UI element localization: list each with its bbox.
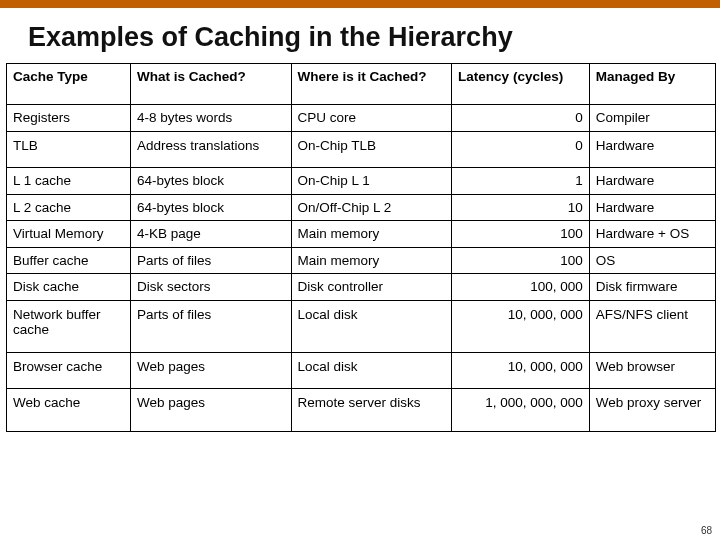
cell: Network buffer cache	[7, 300, 131, 352]
cell: Main memory	[291, 221, 452, 248]
cell: L 2 cache	[7, 194, 131, 221]
page-title: Examples of Caching in the Hierarchy	[0, 8, 720, 63]
cell: Disk controller	[291, 274, 452, 301]
cell: Web cache	[7, 389, 131, 432]
cell: On-Chip L 1	[291, 168, 452, 195]
cache-hierarchy-table: Cache Type What is Cached? Where is it C…	[6, 63, 716, 432]
col-header: Managed By	[589, 64, 715, 105]
table-row: Disk cache Disk sectors Disk controller …	[7, 274, 716, 301]
cell: Hardware + OS	[589, 221, 715, 248]
cell: 100, 000	[452, 274, 590, 301]
cell: Main memory	[291, 247, 452, 274]
table-row: L 1 cache 64-bytes block On-Chip L 1 1 H…	[7, 168, 716, 195]
table-header-row: Cache Type What is Cached? Where is it C…	[7, 64, 716, 105]
cell: Remote server disks	[291, 389, 452, 432]
cell: Disk firmware	[589, 274, 715, 301]
cell: 64-bytes block	[130, 194, 291, 221]
cell: Local disk	[291, 352, 452, 389]
page-number: 68	[701, 525, 712, 536]
cell: 4-8 bytes words	[130, 105, 291, 132]
cell: Compiler	[589, 105, 715, 132]
cell: Web pages	[130, 389, 291, 432]
table-row: Registers 4-8 bytes words CPU core 0 Com…	[7, 105, 716, 132]
slide: Examples of Caching in the Hierarchy Cac…	[0, 0, 720, 540]
table-row: Browser cache Web pages Local disk 10, 0…	[7, 352, 716, 389]
table-row: Buffer cache Parts of files Main memory …	[7, 247, 716, 274]
cell: 10	[452, 194, 590, 221]
col-header: What is Cached?	[130, 64, 291, 105]
cell: 1	[452, 168, 590, 195]
col-header: Latency (cycles)	[452, 64, 590, 105]
cell: On/Off-Chip L 2	[291, 194, 452, 221]
table-row: Virtual Memory 4-KB page Main memory 100…	[7, 221, 716, 248]
cell: Hardware	[589, 131, 715, 168]
cell: 64-bytes block	[130, 168, 291, 195]
cell: 10, 000, 000	[452, 352, 590, 389]
cell: Parts of files	[130, 247, 291, 274]
cell: L 1 cache	[7, 168, 131, 195]
top-accent-bar	[0, 0, 720, 8]
cell: CPU core	[291, 105, 452, 132]
table-row: TLB Address translations On-Chip TLB 0 H…	[7, 131, 716, 168]
cell: Address translations	[130, 131, 291, 168]
cell: Local disk	[291, 300, 452, 352]
cell: 1, 000, 000, 000	[452, 389, 590, 432]
cell: On-Chip TLB	[291, 131, 452, 168]
cell: Parts of files	[130, 300, 291, 352]
cell: Hardware	[589, 194, 715, 221]
cell: Web proxy server	[589, 389, 715, 432]
table-row: L 2 cache 64-bytes block On/Off-Chip L 2…	[7, 194, 716, 221]
cell: Hardware	[589, 168, 715, 195]
cell: Web browser	[589, 352, 715, 389]
table-row: Web cache Web pages Remote server disks …	[7, 389, 716, 432]
cell: OS	[589, 247, 715, 274]
cell: Web pages	[130, 352, 291, 389]
cell: Virtual Memory	[7, 221, 131, 248]
col-header: Where is it Cached?	[291, 64, 452, 105]
col-header: Cache Type	[7, 64, 131, 105]
cell: 100	[452, 247, 590, 274]
cell: 100	[452, 221, 590, 248]
table-row: Network buffer cache Parts of files Loca…	[7, 300, 716, 352]
cell: Buffer cache	[7, 247, 131, 274]
cell: 0	[452, 105, 590, 132]
cell: Disk sectors	[130, 274, 291, 301]
cell: Browser cache	[7, 352, 131, 389]
cell: 0	[452, 131, 590, 168]
cell: Disk cache	[7, 274, 131, 301]
cell: Registers	[7, 105, 131, 132]
cell: AFS/NFS client	[589, 300, 715, 352]
cell: 4-KB page	[130, 221, 291, 248]
cell: 10, 000, 000	[452, 300, 590, 352]
cell: TLB	[7, 131, 131, 168]
